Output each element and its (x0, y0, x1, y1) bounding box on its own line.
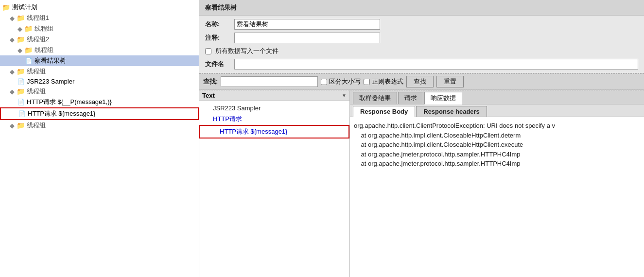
results-list: Text ▼ JSR223 Sampler HTTP请求 HTTP请求 ${me… (199, 90, 350, 277)
file-icon: 📄 (25, 57, 33, 64)
file-icon: 📄 (17, 78, 25, 85)
file-icon: 📄 (18, 110, 26, 117)
content-area: Text ▼ JSR223 Sampler HTTP请求 HTTP请求 ${me… (199, 90, 644, 277)
right-panel: 察看结果树 名称: document.querySelector('[data-… (199, 0, 644, 277)
search-label: 查找: (203, 77, 218, 86)
tree-item[interactable]: ◆ 📁 线程组 (0, 66, 199, 77)
main-tabs: 取样器结果 请求 响应数据 (350, 90, 644, 104)
connector-icon: ◆ (10, 68, 15, 75)
tree-item[interactable]: ◆ 📁 线程组 (0, 86, 199, 97)
filename-input[interactable] (234, 59, 638, 69)
sub-tab-response-body[interactable]: Response Body (353, 106, 415, 117)
form-area: 名称: document.querySelector('[data-name="… (199, 16, 644, 73)
tree-item-result-viewer[interactable]: 📄 察看结果树 (0, 55, 199, 66)
connector-icon: ◆ (10, 122, 15, 129)
connector-icon: ◆ (10, 88, 15, 95)
folder-icon: 📁 (24, 46, 33, 54)
connector-icon: ◆ (10, 15, 15, 22)
tab-request[interactable]: 请求 (398, 92, 423, 104)
tree-item-label: 线程组 (35, 24, 53, 33)
comment-row: 注释: (205, 31, 638, 45)
case-sensitive-group: 区分大小写 (321, 77, 361, 86)
name-label: 名称: (205, 20, 234, 29)
tree-item-label: 线程组 (27, 121, 46, 130)
filename-row: 文件名 (205, 57, 638, 71)
tree-item-label: 线程组 (27, 87, 46, 96)
file-icon: 📄 (17, 99, 25, 105)
tree-item-label: 线程组1 (27, 14, 49, 22)
tree-item-http2[interactable]: 📄 HTTP请求 ${message1} (0, 107, 199, 120)
tree-panel: 📁 测试计划 ◆ 📁 线程组1 ◆ 📁 线程组 ◆ 📁 线程组2 ◆ 📁 线程组… (0, 0, 199, 277)
folder-icon: 📁 (17, 87, 25, 95)
tree-item[interactable]: ◆ 📁 线程组 (0, 120, 199, 131)
connector-icon: ◆ (10, 36, 15, 43)
tree-item-label: HTTP请求 ${__P(message1,)} (27, 98, 112, 106)
folder-icon: 📁 (17, 14, 25, 22)
results-header-label: Text (202, 92, 342, 99)
folder-icon: 📁 (17, 35, 25, 43)
regex-label: 正则表达式 (372, 77, 403, 86)
results-header[interactable]: Text ▼ (199, 90, 349, 101)
write-all-checkbox[interactable] (205, 48, 211, 54)
tree-item[interactable]: ◆ 📁 线程组 (0, 45, 199, 55)
connector-icon: ◆ (17, 47, 22, 54)
case-sensitive-checkbox[interactable] (321, 79, 327, 85)
tree-item[interactable]: ◆ 📁 线程组 (0, 23, 199, 34)
tree-item-label: 线程组 (27, 67, 46, 76)
tab-response-data[interactable]: 响应数据 (424, 92, 462, 104)
sub-tabs: Response Body Response headers (350, 104, 644, 117)
tree-root-label: 测试计划 (12, 3, 37, 12)
connector-icon: ◆ (17, 25, 22, 33)
tree-item-label: 线程组2 (27, 35, 49, 44)
panel-title: 察看结果树 (199, 0, 644, 16)
tab-sampler-result[interactable]: 取样器结果 (353, 92, 397, 104)
filename-label: 文件名 (205, 60, 234, 69)
regex-checkbox[interactable] (364, 79, 370, 85)
name-input[interactable] (234, 19, 380, 30)
search-input[interactable] (221, 76, 318, 87)
regex-group: 正则表达式 (364, 77, 403, 86)
find-button[interactable]: 查找 (406, 76, 434, 87)
result-item-http-message1[interactable]: HTTP请求 ${message1} (199, 125, 349, 138)
comment-label: 注释: (205, 34, 234, 42)
detail-text: org.apache.http.client.ClientProtocolExc… (354, 122, 555, 167)
tree-item-label: 线程组 (35, 46, 53, 54)
write-all-label: 所有数据写入一个文件 (215, 47, 278, 55)
search-bar: 查找: 区分大小写 正则表达式 查找 重置 (199, 74, 644, 90)
name-row: 名称: document.querySelector('[data-name="… (205, 17, 638, 31)
sub-tab-response-headers[interactable]: Response headers (416, 106, 487, 117)
folder-icon: 📁 (17, 68, 25, 75)
folder-icon: 📁 (24, 25, 33, 33)
folder-icon: 📁 (2, 3, 10, 11)
folder-icon: 📁 (17, 121, 25, 129)
detail-panel: 取样器结果 请求 响应数据 Response Body Response hea… (350, 90, 644, 277)
detail-content: org.apache.http.client.ClientProtocolExc… (350, 117, 644, 277)
results-items: JSR223 Sampler HTTP请求 HTTP请求 ${message1} (199, 101, 349, 277)
tree-item-jsr223[interactable]: 📄 JSR223 Sampler (0, 77, 199, 86)
tree-item-http1[interactable]: 📄 HTTP请求 ${__P(message1,)} (0, 97, 199, 107)
tree-item-label: HTTP请求 ${message1} (28, 109, 95, 118)
tree-item-label: 察看结果树 (35, 56, 66, 65)
dropdown-arrow-icon[interactable]: ▼ (342, 93, 347, 98)
write-all-row: 所有数据写入一个文件 (205, 45, 638, 57)
comment-input[interactable] (234, 33, 380, 43)
tree-item-label: JSR223 Sampler (27, 78, 74, 85)
case-sensitive-label: 区分大小写 (329, 77, 361, 86)
tree-item[interactable]: ◆ 📁 线程组2 (0, 34, 199, 45)
tree-item[interactable]: ◆ 📁 线程组1 (0, 13, 199, 23)
result-item-jsr223[interactable]: JSR223 Sampler (199, 103, 349, 113)
tree-root[interactable]: 📁 测试计划 (0, 2, 199, 13)
reset-button[interactable]: 重置 (436, 76, 464, 87)
result-item-http[interactable]: HTTP请求 (199, 113, 349, 125)
